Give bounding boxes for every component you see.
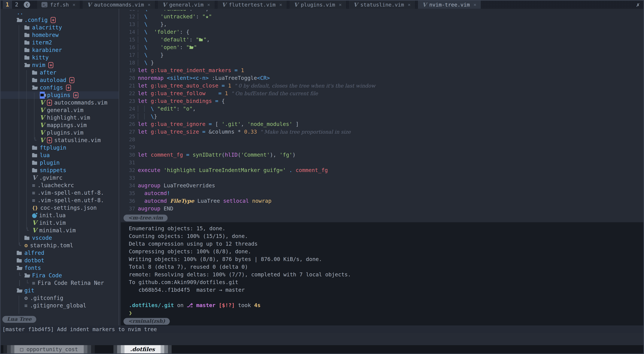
tree-row-autoload[interactable]: autoload+: [1, 76, 119, 84]
editor-line-36[interactable]: 36 autocmd FileType LuaTree setlocal now…: [119, 197, 643, 205]
tree-row-minimal.vim[interactable]: └Vminimal.vim: [1, 227, 119, 234]
tree-row-homebrew[interactable]: homebrew: [1, 31, 119, 39]
tree-item-label: alfred: [24, 250, 44, 256]
tab-fluttertest.vim[interactable]: Vfluttertest.vim×: [218, 1, 286, 9]
session-tab-2[interactable]: 2: [12, 1, 22, 9]
editor-line-25[interactable]: 25▏ ▏ \}: [119, 112, 643, 120]
tree-row-plugin[interactable]: plugin: [1, 159, 119, 166]
tab-close-icon[interactable]: ×: [207, 2, 210, 7]
editor-line-33[interactable]: 33: [119, 174, 643, 182]
tree-row-kitty[interactable]: kitty: [1, 54, 119, 61]
editor-line-16[interactable]: 16▏ \ 'open': "": [119, 43, 643, 51]
tree-row-.vim-spell-en.utf-8.[interactable]: ≡.vim-spell-en.utf-8.: [1, 197, 119, 204]
tree-row-vscode[interactable]: vscode: [1, 234, 119, 242]
tree-row-Fira-Code-Retina-Ner[interactable]: │└≡Fira Code Retina Ner: [1, 279, 119, 287]
tree-row-git[interactable]: git: [1, 287, 119, 294]
tree-row-general.vim[interactable]: Vgeneral.vim: [1, 106, 119, 114]
editor-line-12[interactable]: 12▏ \ 'untracked': "★": [119, 13, 643, 20]
tree-row-karabiner[interactable]: karabiner: [1, 46, 119, 54]
back-circle-icon[interactable]: ❮: [24, 1, 30, 8]
session-tab-1[interactable]: 1: [3, 1, 12, 9]
tab-close-icon[interactable]: ×: [408, 2, 410, 7]
tree-row-.config[interactable]: .config+: [1, 16, 119, 24]
editor-line-17[interactable]: 17▏ \ }: [119, 51, 643, 59]
tab-label: autocommands.vim: [94, 2, 144, 8]
tab-close-icon[interactable]: ×: [474, 2, 476, 7]
tree-item-label: after: [40, 69, 56, 76]
editor-line-31[interactable]: 31: [119, 159, 643, 166]
editor-line-30[interactable]: 30let comment_fg = synIDattr(hlID('Comme…: [119, 151, 643, 159]
tree-row-.gitignore-global[interactable]: ≡.gitignore_global: [1, 302, 119, 309]
tree-row-.vim-spell-en.utf-8.[interactable]: ≡.vim-spell-en.utf-8.: [1, 189, 119, 197]
tree-row-after[interactable]: after: [1, 69, 119, 76]
tab-fzf.sh[interactable]: >_fzf.sh×: [37, 1, 80, 9]
code-text: augroup LuaTreeOverrides: [138, 182, 215, 189]
tmux-window-opportunity_cost[interactable]: □ opportunity_cost: [3, 345, 95, 353]
tree-row-Fira-Code[interactable]: └Fira Code: [1, 272, 119, 279]
tree-row-alacritty[interactable]: alacritty: [1, 24, 119, 31]
vim-message-line: [master f1bd4f5] Add indent markers to n…: [1, 326, 643, 333]
tree-row-plugins.vim[interactable]: Vplugins.vim: [1, 129, 119, 136]
editor-line-32[interactable]: 32execute 'highlight LuaTreeIndentMarker…: [119, 166, 643, 174]
editor-line-13[interactable]: 13▏ \ },: [119, 20, 643, 28]
editor-line-21[interactable]: 21let g:lua_tree_auto_close = 1 " 0 by d…: [119, 82, 643, 89]
tab-nvim-tree.vim[interactable]: Vnvim-tree.vim×: [418, 1, 481, 9]
editor-line-37[interactable]: 37augroup END: [119, 205, 643, 212]
tree-row-ftplugin[interactable]: ftplugin: [1, 144, 119, 151]
editor-line-14[interactable]: 14▏ \ 'folder': {: [119, 28, 643, 36]
tree-item-label: minimal.vim: [39, 227, 76, 234]
tree-row-.gvimrc[interactable]: V.gvimrc: [1, 174, 119, 182]
terminal-split[interactable]: <rminal(zsh) Enumerating objects: 15, do…: [121, 222, 643, 326]
tab-statusline.vim[interactable]: Vstatusline.vim×: [349, 1, 415, 9]
tree-row-highlight.vim[interactable]: Vhighlight.vim: [1, 114, 119, 121]
tree-row-iterm2[interactable]: iterm2: [1, 39, 119, 46]
tree-row-init.lua[interactable]: init.lua: [1, 212, 119, 219]
tree-row-mappings.vim[interactable]: Vmappings.vim: [1, 121, 119, 129]
editor-line-23[interactable]: 23let g:lua_tree_bindings = {: [119, 97, 643, 105]
editor-line-11[interactable]: 11▏ \ 'renamed': "➜",: [119, 10, 643, 13]
tree-indent-guide: [34, 93, 34, 139]
editor-line-19[interactable]: 19let g:lua_tree_indent_markers = 1: [119, 66, 643, 74]
editor-line-27[interactable]: 27let g:lua_tree_size = &columns * 0.33 …: [119, 128, 643, 136]
editor-line-24[interactable]: 24▏ ▏ \ "edit": "o",: [119, 105, 643, 112]
tab-autocommands.vim[interactable]: Vautocommands.vim×: [83, 1, 155, 9]
tmux-window-.dotfiles[interactable]: .dotfiles: [114, 345, 172, 353]
editor-buffer[interactable]: 11▏ \ 'renamed': "➜",12▏ \ 'untracked': …: [119, 9, 643, 224]
tree-row-init.vim[interactable]: Vinit.vim: [1, 219, 119, 227]
editor-line-22[interactable]: 22let g:lua_tree_follow = 1 " On bufEnte…: [119, 89, 643, 97]
tree-row-configs[interactable]: configs+: [1, 84, 119, 91]
file-tree-panel[interactable]: ...config+alacrittyhomebrewiterm2karabin…: [1, 9, 119, 326]
tree-row-.luacheckrc[interactable]: ≡.luacheckrc: [1, 182, 119, 189]
tab-plugins.vim[interactable]: Vplugins.vim×: [290, 1, 346, 9]
tree-row-dotbot[interactable]: dotbot: [1, 257, 119, 264]
tab-close-icon[interactable]: ×: [279, 2, 282, 7]
tree-row-..[interactable]: ..: [1, 9, 119, 16]
tree-row-snippets[interactable]: snippets: [1, 166, 119, 174]
tree-row-coc-settings.json[interactable]: {}coc-settings.json: [1, 204, 119, 212]
tree-row-starship.toml[interactable]: └⚙starship.toml: [1, 242, 119, 249]
code-text: execute 'highlight LuaTreeIndentMarker g…: [138, 166, 328, 174]
editor-line-18[interactable]: 18▏ \ }: [119, 59, 643, 66]
editor-line-35[interactable]: 35 autocmd!: [119, 189, 643, 197]
tree-row-autocommands.vim[interactable]: V+autocommands.vim: [1, 99, 119, 106]
prompt-cursor-line[interactable]: ❯: [121, 309, 643, 317]
editor-line-15[interactable]: 15▏ \ 'default': "",: [119, 36, 643, 43]
tab-close-icon[interactable]: ×: [72, 2, 75, 7]
tree-row-plugins[interactable]: plugins+: [1, 91, 119, 99]
tree-row-statusline.vim[interactable]: └V+statusline.vim: [1, 136, 119, 144]
tab-close-icon[interactable]: ×: [148, 2, 150, 7]
tree-row-alfred[interactable]: alfred: [1, 249, 119, 257]
close-icon[interactable]: ✗: [636, 1, 640, 9]
tab-general.vim[interactable]: Vgeneral.vim×: [158, 1, 214, 9]
tree-row-nvim[interactable]: nvim+: [1, 61, 119, 69]
editor-line-34[interactable]: 34augroup LuaTreeOverrides: [119, 182, 643, 189]
tree-row-.gitconfig[interactable]: ⚙.gitconfig: [1, 294, 119, 302]
editor-line-29[interactable]: 29: [119, 143, 643, 151]
text-file-icon: ≡: [32, 182, 35, 188]
editor-line-20[interactable]: 20nnoremap <silent><c-n> :LuaTreeToggle<…: [119, 74, 643, 82]
tab-close-icon[interactable]: ×: [339, 2, 342, 7]
editor-line-28[interactable]: 28: [119, 136, 643, 143]
editor-line-26[interactable]: 26let g:lua_tree_ignore = [ '.git', 'nod…: [119, 120, 643, 128]
tree-row-fonts[interactable]: fonts: [1, 264, 119, 272]
tree-row-lua[interactable]: lua: [1, 151, 119, 159]
